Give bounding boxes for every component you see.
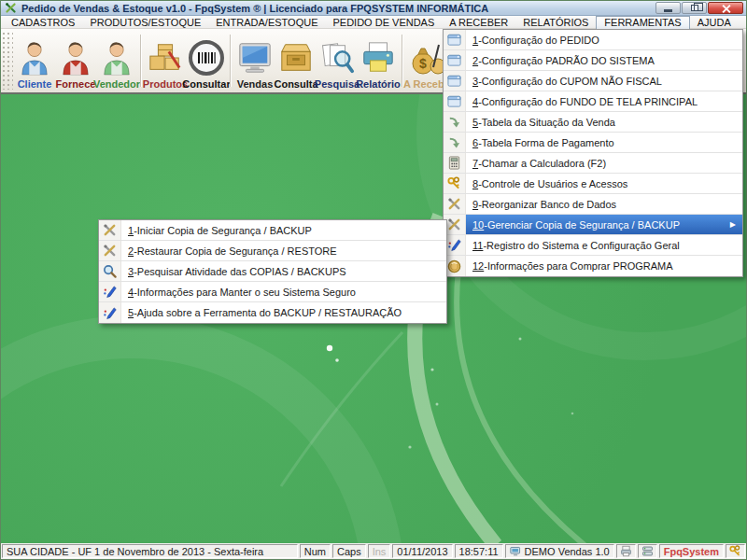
- toolbar-button-consultar[interactable]: Consultar: [186, 29, 227, 92]
- sales-monitor-icon: [236, 37, 274, 78]
- menu-item-gerenciar-backup[interactable]: 10-Gerenciar Copia de Segurança / BACKUP…: [444, 215, 742, 235]
- status-printer-panel[interactable]: [616, 544, 636, 558]
- toolbar-separator: [140, 35, 142, 87]
- close-icon: [722, 4, 730, 12]
- printer-icon: [359, 37, 397, 78]
- menubar-item-entrada-estoque[interactable]: ENTRADA/ESTOQUE: [208, 16, 325, 29]
- submenu-item-pesquisar-copias[interactable]: 3-Pesquisar Atividade das COPIAS / BACKU…: [99, 261, 446, 282]
- toolbar-grip[interactable]: [2, 32, 13, 90]
- calculator-icon: [444, 153, 466, 173]
- menu-item-configuracao-fundo-tela[interactable]: 4-Configuração do FUNDO DE TELA PRINCIPA…: [444, 91, 742, 112]
- search-docs-icon: [318, 37, 356, 78]
- menu-item-chamar-calculadora[interactable]: 7-Chamar a Calculadora (F2): [444, 153, 742, 174]
- window-title: Pedido de Vendas & Estoque v1.0 - FpqSys…: [21, 3, 488, 14]
- status-time: 18:57:11: [455, 544, 503, 558]
- menubar-item-a-receber[interactable]: A RECEBER: [442, 16, 515, 29]
- tools-icon: [99, 241, 121, 260]
- network-icon: [641, 545, 654, 557]
- minimize-icon: [664, 9, 672, 12]
- magnifier-icon: [99, 261, 121, 281]
- status-location: SUA CIDADE - UF 1 de Novembro de 2013 - …: [2, 544, 298, 558]
- menubar-item-relatorios[interactable]: RELATÓRIOS: [515, 16, 596, 29]
- menu-item-registro-sistema[interactable]: 11-Registro do Sistema e Configuração Ge…: [444, 235, 742, 256]
- status-date: 01/11/2013: [392, 544, 452, 558]
- product-boxes-icon: [147, 37, 184, 78]
- menubar-item-cadastros[interactable]: CADASTROS: [4, 16, 82, 29]
- client-person-icon: [16, 37, 53, 78]
- computer-icon: [510, 545, 522, 557]
- minimize-button[interactable]: [655, 2, 681, 14]
- window-icon: [444, 30, 466, 49]
- toolbar-button-fornece[interactable]: Fornece: [55, 29, 96, 92]
- status-num-lock: Num: [300, 544, 331, 558]
- menu-item-reorganizar-banco[interactable]: 9-Reorganizar Banco de Dados: [444, 194, 742, 215]
- status-keys-panel[interactable]: [726, 544, 745, 558]
- status-caps-lock: Caps: [332, 544, 366, 558]
- menu-item-configuracao-pedido[interactable]: 1-Configuração do PEDIDO: [444, 30, 742, 50]
- window-icon: [444, 71, 466, 91]
- menu-item-configuracao-padrao[interactable]: 2-Configuração PADRÃO DO SISTEMA: [444, 50, 742, 71]
- printer-icon: [620, 545, 632, 557]
- supplier-person-icon: [57, 37, 94, 78]
- status-demo-version: DEMO Vendas 1.0: [505, 544, 614, 558]
- backup-submenu: 1-Iniciar Copia de Segurança / BACKUP 2-…: [98, 219, 447, 324]
- close-button[interactable]: [708, 2, 743, 14]
- menu-item-controle-usuarios[interactable]: 8-Controle de Usuários e Acessos: [444, 174, 742, 194]
- barcode-icon: [188, 37, 225, 78]
- keys-icon: [444, 174, 466, 193]
- submenu-item-ajuda-backup[interactable]: 5-Ajuda sobre a Ferramenta do BACKUP / R…: [99, 302, 446, 323]
- menubar-item-ferramentas[interactable]: FERRAMENTAS: [596, 16, 689, 29]
- submenu-item-iniciar-backup[interactable]: 1-Iniciar Copia de Segurança / BACKUP: [99, 220, 446, 241]
- status-network-panel[interactable]: [638, 544, 657, 558]
- title-bar[interactable]: Pedido de Vendas & Estoque v1.0 - FpqSys…: [1, 1, 746, 16]
- menu-item-tabela-situacao-venda[interactable]: 5-Tabela da Situação da Venda: [444, 112, 742, 133]
- restore-icon: [691, 5, 698, 11]
- pen-icon: [99, 302, 121, 323]
- application-window: Pedido de Vendas & Estoque v1.0 - FpqSys…: [0, 0, 747, 560]
- status-insert: Ins: [368, 544, 391, 558]
- menubar-item-produtos-estoque[interactable]: PRODUTOS/ESTOQUE: [82, 16, 208, 29]
- submenu-item-restaurar-restore[interactable]: 2-Restaurar Copia de Segurança / RESTORE: [99, 241, 446, 261]
- toolbar-button-vendas[interactable]: Vendas: [234, 29, 275, 92]
- keys-icon: [729, 545, 741, 557]
- drawer-icon: [277, 37, 315, 78]
- toolbar-separator: [230, 35, 232, 87]
- money-bags-icon: [410, 37, 447, 78]
- status-brand: FpqSystem: [659, 544, 724, 558]
- toolbar-button-consulta[interactable]: Consulta: [275, 29, 317, 92]
- toolbar-button-produtos[interactable]: Produtos: [145, 29, 186, 92]
- ferramentas-dropdown-menu: 1-Configuração do PEDIDO 2-Configuração …: [443, 29, 743, 277]
- toolbar-button-vendedor[interactable]: Vendedor: [96, 29, 137, 92]
- tools-icon: [444, 194, 466, 214]
- window-icon: [444, 91, 466, 111]
- seller-person-icon: [98, 37, 135, 78]
- table-arrow-icon: [444, 112, 466, 132]
- menu-item-tabela-forma-pagamento[interactable]: 6-Tabela Forma de Pagamento: [444, 133, 742, 153]
- pen-icon: [99, 282, 121, 301]
- menu-item-configuracao-cupom[interactable]: 3-Configuração do CUPOM NÃO FISCAL: [444, 71, 742, 91]
- tools-icon: [99, 220, 121, 240]
- menubar-item-ajuda[interactable]: AJUDA: [690, 16, 739, 29]
- menu-item-informacoes-comprar[interactable]: 12-Informações para Comprar PROGRAMA: [444, 256, 742, 276]
- submenu-item-informacoes-seguranca[interactable]: 4-Informações para Manter o seu Sistema …: [99, 282, 446, 302]
- menu-bar: CADASTROS PRODUTOS/ESTOQUE ENTRADA/ESTOQ…: [1, 16, 746, 29]
- menubar-item-pedido-de-vendas[interactable]: PEDIDO DE VENDAS: [325, 16, 442, 29]
- submenu-arrow-icon: ▶: [730, 215, 736, 234]
- status-bar: SUA CIDADE - UF 1 de Novembro de 2013 - …: [1, 543, 746, 559]
- window-icon: [444, 50, 466, 70]
- toolbar-button-cliente[interactable]: Cliente: [14, 29, 55, 92]
- restore-button[interactable]: [682, 2, 707, 14]
- table-arrow-icon: [444, 133, 466, 152]
- toolbar-button-relatorio[interactable]: Relatório: [358, 29, 399, 92]
- app-tools-icon: [5, 2, 17, 14]
- toolbar-button-pesquisa[interactable]: Pesquisa: [317, 29, 358, 92]
